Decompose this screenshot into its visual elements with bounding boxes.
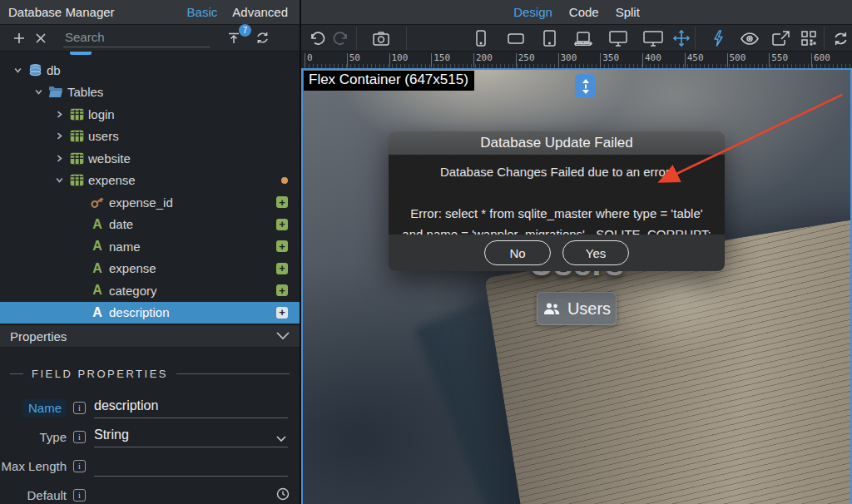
folder-icon (48, 86, 63, 98)
ruler-tick-label: 150 (433, 52, 450, 63)
vertical-resize-handle[interactable] (575, 74, 596, 98)
ruler-tick-label: 250 (518, 52, 535, 63)
properties-header[interactable]: Properties (0, 324, 300, 348)
ruler-tick-label: 550 (771, 52, 788, 63)
chevron-down-icon (55, 175, 64, 185)
view-mode-tabs: Design Code Split (301, 0, 852, 25)
type-property-row: Type i String (0, 422, 300, 452)
screenshot-icon[interactable] (371, 27, 391, 49)
info-icon[interactable]: i (73, 431, 86, 443)
tree-item-label: description (109, 305, 170, 319)
tab-code[interactable]: Code (569, 5, 599, 19)
info-icon[interactable]: i (73, 402, 86, 414)
database-tree: dbTablesloginuserswebsiteexpenseexpense_… (0, 52, 300, 324)
refresh-view-icon[interactable] (830, 27, 850, 49)
ruler-tick-label: 200 (476, 52, 493, 63)
max-length-field[interactable] (94, 457, 288, 477)
properties-header-label: Properties (10, 329, 67, 343)
ruler-tick-label: 600 (814, 52, 830, 63)
info-icon[interactable]: i (73, 460, 86, 472)
string-field-icon: A (92, 239, 102, 254)
modified-indicator-dot (281, 177, 288, 184)
preview-eye-icon[interactable] (740, 27, 760, 49)
ruler-tick-label: 100 (392, 52, 409, 63)
app-root: Database Manager Basic Advanced 7 (0, 0, 852, 504)
yes-button[interactable]: Yes (562, 240, 629, 265)
tree-item-expense[interactable]: Aexpense+ (0, 258, 300, 280)
string-field-icon: A (92, 217, 102, 232)
tree-item-Tables[interactable]: Tables (0, 82, 300, 104)
tab-basic[interactable]: Basic (187, 5, 218, 19)
default-field[interactable] (94, 486, 288, 504)
add-field-badge[interactable]: + (276, 196, 288, 208)
string-field-icon: A (92, 283, 102, 298)
tree-item-label: website (88, 151, 131, 166)
string-field-icon: A (92, 261, 102, 276)
device-large-desktop-icon[interactable] (643, 27, 663, 49)
ruler-tick-label: 350 (602, 52, 619, 63)
tree-item-label: name (109, 240, 141, 254)
clock-icon[interactable] (276, 487, 290, 504)
add-field-badge[interactable]: + (276, 219, 288, 230)
add-field-badge[interactable]: + (276, 240, 288, 252)
device-phone-landscape-icon[interactable] (506, 27, 526, 49)
tree-item-expense_id[interactable]: expense_id+ (0, 191, 300, 214)
tree-item-label: Tables (67, 85, 103, 99)
name-field[interactable]: description (94, 398, 288, 418)
tree-item-website[interactable]: website (0, 147, 300, 170)
field-properties-title: FIELD PROPERTIES (32, 368, 168, 380)
table-icon (70, 108, 84, 121)
refresh-schema-icon[interactable] (251, 27, 273, 49)
max-length-property-row: Max Length i (0, 452, 300, 481)
tab-design[interactable]: Design (513, 5, 552, 19)
name-property-row: Name i description (0, 393, 300, 422)
database-icon (28, 63, 42, 77)
open-in-browser-icon[interactable] (770, 27, 790, 49)
tree-item-login[interactable]: login (0, 103, 300, 126)
device-desktop-icon[interactable] (608, 27, 628, 49)
tree-item-db[interactable]: db (0, 59, 300, 82)
device-laptop-icon[interactable] (573, 27, 593, 49)
move-resize-icon[interactable] (671, 27, 691, 49)
tree-item-expense[interactable]: expense (0, 170, 300, 192)
actions-lightning-icon[interactable] (708, 27, 728, 49)
tree-item-description[interactable]: Adescription+ (0, 302, 300, 324)
database-manager-panel: Database Manager Basic Advanced 7 (0, 0, 301, 504)
delete-icon[interactable] (30, 27, 52, 49)
qr-code-icon[interactable] (799, 27, 819, 49)
tree-item-label: db (47, 63, 61, 77)
table-icon (70, 174, 84, 186)
tree-item-label: login (88, 107, 115, 121)
chevron-right-icon (55, 154, 64, 163)
scrolled-item-fragment (70, 52, 92, 55)
design-editor: Design Code Split (301, 0, 852, 504)
device-phone-icon[interactable] (471, 27, 491, 49)
add-icon[interactable] (8, 27, 30, 49)
tab-split[interactable]: Split (616, 5, 640, 19)
ruler-tick-label: 50 (349, 52, 360, 63)
search-input[interactable] (63, 28, 210, 47)
chevron-right-icon (55, 131, 64, 141)
info-icon[interactable]: i (73, 489, 86, 502)
panel-tabs: Basic Advanced (187, 5, 288, 19)
tree-item-date[interactable]: Adate+ (0, 214, 300, 236)
no-button[interactable]: No (484, 240, 551, 265)
add-field-badge[interactable]: + (276, 307, 288, 319)
ruler-tick-label: 450 (687, 52, 704, 63)
default-label: Default (0, 488, 67, 502)
device-tablet-icon[interactable] (539, 27, 559, 49)
tree-item-users[interactable]: users (0, 126, 300, 148)
redo-icon[interactable] (331, 27, 351, 49)
design-canvas[interactable]: Flex Container (647x515) Users Users Dat… (301, 68, 852, 504)
add-field-badge[interactable]: + (276, 263, 288, 274)
tree-item-name[interactable]: Aname+ (0, 235, 300, 258)
users-button[interactable]: Users (537, 292, 617, 325)
chevron-down-icon (13, 66, 22, 75)
undo-icon[interactable] (307, 27, 327, 49)
type-select[interactable]: String (94, 427, 288, 447)
tree-item-category[interactable]: Acategory+ (0, 279, 300, 302)
apply-changes-icon[interactable]: 7 (223, 27, 245, 49)
add-field-badge[interactable]: + (276, 284, 288, 296)
tab-advanced[interactable]: Advanced (232, 5, 288, 19)
ruler-tick-label: 500 (730, 52, 746, 63)
